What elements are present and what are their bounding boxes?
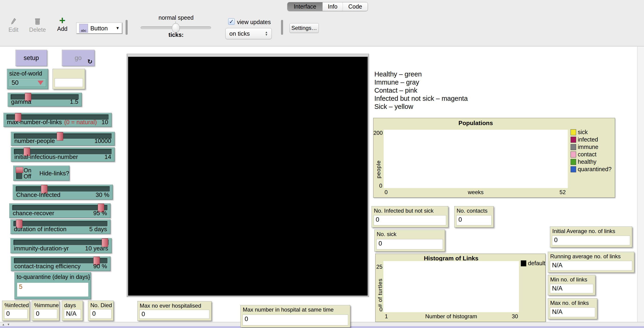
legend-item: sick [570,129,588,136]
update-mode-value: on ticks [229,30,250,37]
no-died-monitor: No. Died 0 [88,301,114,321]
setup-button[interactable]: setup [16,50,47,66]
netlogo-window: Interface Info Code Edit Delete + Add ab… [0,0,644,328]
min-links-monitor: Min no. of links N/A [548,275,595,295]
x-axis-label: weeks [384,189,568,196]
view-updates-label: view updates [237,19,271,26]
chooser-value[interactable]: 50 [9,79,46,87]
plot-area [384,261,519,312]
widget-type-label: Button [90,25,108,32]
edit-label: Edit [6,26,20,33]
tab-code[interactable]: Code [343,2,368,11]
color-key-line: Healthy – green [374,70,468,78]
no-sick-monitor: No. sick 0 [374,230,445,252]
x-max-tick: 30 [505,313,518,320]
to-quarantine-input[interactable]: to-quarantine (delay in days} 5 [14,272,91,299]
input-label: to-quarantine (delay in days} [17,274,90,280]
go-button[interactable]: go ↻ [62,50,94,66]
legend-swatch [570,144,576,150]
max-ever-hospitalised-monitor: Max no ever hospitalised 0 [137,301,212,321]
color-key-line: Contact – pink [374,86,468,94]
color-key-line: Immune – gray [374,78,468,86]
y-axis-label: people [375,146,382,178]
x-max-tick: 52 [553,189,566,196]
color-key-line: Sick – yellow [374,102,468,111]
delete-button[interactable]: Delete [28,18,47,33]
chooser-triangle-icon [38,80,44,85]
no-contacts-monitor: No. contacts 0 [454,206,494,228]
toolbar: Interface Info Code Edit Delete + Add ab… [0,0,644,46]
tab-info[interactable]: Info [323,2,343,11]
legend-swatch [570,129,576,135]
x-axis-label: Number of histogram [384,313,519,320]
populations-plot: Populations 200 0 people 0 weeks 52 sick… [373,118,615,198]
update-mode-select[interactable]: on ticks ▲▼ [226,28,272,39]
abc-widget-icon: abc [79,24,88,33]
go-label: go [74,54,82,62]
add-label: Add [55,26,70,32]
running-avg-links-monitor: Running average no. of links N/A [548,252,634,273]
color-key-line: Infected but not sick – magenta [374,94,468,102]
pct-infected-monitor: %infected 0 [2,301,30,321]
switch-on-label: On [24,167,31,173]
vertical-scrollbar[interactable] [637,46,644,322]
chooser-label: size-of-world [9,70,42,77]
max-in-hospital-same-time-monitor: Max number in hospital at same time 0 [240,305,350,328]
stepper-arrows-icon: ▲▼ [265,31,268,36]
legend-swatch [570,166,576,172]
legend-item: default [521,260,545,266]
switch-label: Hide-links? [40,170,69,177]
legend-item: contact [570,151,596,158]
tab-bar: Interface Info Code [287,2,368,11]
legend-swatch [570,152,576,158]
y-min-tick: 0 [376,306,382,313]
color-key: Healthy – green Immune – gray Contact – … [374,70,468,111]
switch-channel[interactable] [16,168,22,179]
view-updates-checkbox[interactable]: ✓ [228,18,235,25]
settings-button[interactable]: Settings… [290,23,319,33]
histogram-of-links-plot: Histogram of Links 25 0 # of turtles 1 N… [375,254,546,322]
delete-label: Delete [28,26,47,33]
slider-contact-tracing-efficiency[interactable]: contact-tracing efficiency90 % [11,256,110,271]
hide-links-switch[interactable]: On Off Hide-links? [13,166,70,181]
slider-note: (0 = natural) [64,118,102,126]
slider-initial-infectious-number[interactable]: initial-infectious-number14 [11,147,115,162]
speed-label: normal speed [146,14,206,21]
trash-icon [34,22,41,26]
size-of-world-chooser[interactable]: size-of-world 50 [7,69,48,89]
y-max-tick: 25 [376,264,382,270]
y-min-tick: 0 [374,182,382,189]
plot-title: Populations [384,120,568,127]
scroll-up-icon[interactable]: ▲ [2,323,5,326]
slider-duration-of-infection[interactable]: duration of infection5 days [10,219,110,234]
input-field[interactable]: 5 [17,282,88,297]
edit-button[interactable]: Edit [6,18,20,33]
plot-area [384,130,568,188]
y-axis-label: # of turtles [377,275,384,307]
legend-swatch [570,137,576,143]
toolbar-divider [126,20,128,35]
dropdown-arrow-icon: ▼ [116,26,120,30]
legend-item: quarantined? [570,166,612,172]
slider-number-people[interactable]: number-people10000 [11,132,115,146]
tab-interface[interactable]: Interface [288,2,323,11]
check-icon: ✓ [229,18,234,25]
widget-type-dropdown[interactable]: abc Button ▼ [76,23,122,34]
slider-chance-recover[interactable]: chance-recover95 % [9,204,110,218]
legend-item: healthy [570,158,596,165]
world-view [127,54,369,297]
legend-swatch [521,260,526,266]
slider-chance-infected[interactable]: Chance-Infected30 % [13,184,113,200]
slider-max-number-of-links[interactable]: max-number-of-links(0 = natural)10 [4,113,112,127]
legend-item: immune [570,144,598,150]
add-button[interactable]: + Add [55,15,70,32]
legend-item: infected [570,136,598,143]
initial-avg-links-monitor: Initial Average no. of links 0 [550,226,632,248]
forever-icon: ↻ [87,58,92,65]
scroll-down-icon[interactable]: ▼ [7,323,10,326]
switch-knob[interactable] [16,167,23,173]
slider-gamma[interactable]: gamma1.5 [8,93,82,106]
y-max-tick: 200 [374,130,382,136]
pct-immune-monitor: %immune 0 [32,301,59,321]
slider-immunity-duration-yr[interactable]: immunity-duration-yr10 years [10,238,112,253]
